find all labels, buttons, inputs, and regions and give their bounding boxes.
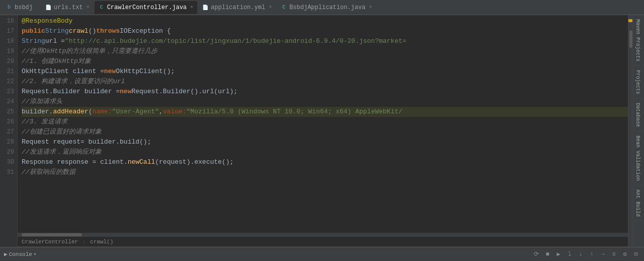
tab-application[interactable]: 📄 application.yml × <box>198 1 276 14</box>
hscroll-thumb[interactable] <box>22 233 82 236</box>
code-line-20: //1. 创建OkHttp对象 <box>22 56 628 67</box>
console-tab[interactable]: ▶ Console ▾ <box>4 251 36 257</box>
tab-application-label: application.yml <box>211 4 265 11</box>
code-line-18: String url = "http://c.api.budejie.com/t… <box>22 36 628 46</box>
code-line-21: OkHttpClient client = new OkHttpClient()… <box>22 67 628 77</box>
main-area: 16 17 18 19 20 21 22 23 24 25 26 27 28 2… <box>0 15 644 247</box>
java-file-icon: C <box>99 5 105 11</box>
console-dropdown-icon[interactable]: ▾ <box>34 251 36 257</box>
run-to-cursor-icon[interactable]: → <box>599 250 607 258</box>
resume-icon[interactable]: ▶ <box>554 250 562 258</box>
breadcrumb-sep: › <box>79 239 89 245</box>
tab-bsbdj-app[interactable]: C BsbdjApplication.java × <box>277 1 376 14</box>
panel-ant-build[interactable]: Ant Build <box>633 185 644 221</box>
tab-application-close[interactable]: × <box>269 5 272 10</box>
code-editor[interactable]: @ResponseBody public String crawl() thro… <box>18 15 628 233</box>
vertical-scrollbar[interactable] <box>628 15 633 247</box>
txt-file-icon: 📄 <box>45 5 51 11</box>
code-line-16: @ResponseBody <box>22 16 628 26</box>
code-line-26: //3. 发送请求 <box>22 117 628 127</box>
breadcrumb-class: CrawlerController <box>22 239 78 245</box>
panel-maven[interactable]: Maven Projects <box>633 15 644 66</box>
code-line-28: Request request= builder.build(); <box>22 137 628 147</box>
tab-urls-close[interactable]: × <box>87 5 90 10</box>
bsbdj-module-icon: b <box>6 5 12 11</box>
console-toolbar: ⟳ ■ ▶ ⤵ ↓ ↑ → ≡ ⚙ ⊡ <box>532 250 640 258</box>
scroll-position-marker <box>628 19 632 22</box>
step-out-icon[interactable]: ↑ <box>588 250 596 258</box>
panel-projects[interactable]: Projects <box>633 66 644 99</box>
code-line-19: //使用OkHttp的方法很简单，只需要遵行几步 <box>22 46 628 56</box>
horizontal-scrollbar[interactable] <box>18 233 628 237</box>
right-panel-strip: Maven Projects Projects Database Bean Va… <box>633 15 644 247</box>
code-line-30: Response response = client.newCall(reque… <box>22 157 628 167</box>
tab-bsbdj-app-close[interactable]: × <box>369 5 372 10</box>
tab-bsbdj-app-label: BsbdjApplication.java <box>289 4 365 11</box>
evaluate-icon[interactable]: ≡ <box>610 250 618 258</box>
editor-container: 16 17 18 19 20 21 22 23 24 25 26 27 28 2… <box>0 15 633 247</box>
scroll-thumb[interactable] <box>629 30 632 48</box>
tab-urls-label: urls.txt <box>54 4 83 11</box>
breadcrumb: CrawlerController › crawl() <box>18 237 628 247</box>
code-line-29: //发送请求，返回响应对象 <box>22 147 628 157</box>
bsbdj-java-icon: C <box>281 5 287 11</box>
stop-icon[interactable]: ■ <box>543 250 551 258</box>
breadcrumb-method: crawl() <box>90 239 113 245</box>
code-line-31: //获取响应的数据 <box>22 167 628 177</box>
tab-crawler-label: CrawlerController.java <box>107 4 187 11</box>
step-over-icon[interactable]: ⤵ <box>566 250 574 258</box>
code-line-23: Request.Builder builder = new Request.Bu… <box>22 87 628 97</box>
line-numbers: 16 17 18 19 20 21 22 23 24 25 26 27 28 2… <box>0 15 18 247</box>
tab-bsbdj[interactable]: b bsbdj <box>2 1 40 14</box>
console-bar: ▶ Console ▾ ⟳ ■ ▶ ⤵ ↓ ↑ → ≡ ⚙ ⊡ <box>0 247 644 261</box>
yml-file-icon: 📄 <box>202 5 208 11</box>
code-line-27: //创建已设置好的请求对象 <box>22 127 628 137</box>
tab-urls[interactable]: 📄 urls.txt × <box>41 1 94 14</box>
tab-bsbdj-label: bsbdj <box>15 4 33 11</box>
code-line-17: public String crawl() throws IOException… <box>22 26 628 36</box>
panel-bean-validation[interactable]: Bean Validation <box>633 132 644 185</box>
console-label: Console <box>9 251 32 257</box>
code-line-25: builder.addHeader( name: "User-Agent" , … <box>22 107 628 117</box>
rerun-icon[interactable]: ⟳ <box>532 250 540 258</box>
settings-icon[interactable]: ⚙ <box>621 250 629 258</box>
code-line-22: //2. 构建请求，设置要访问的url <box>22 77 628 87</box>
console-icon: ▶ <box>4 251 8 257</box>
panel-database[interactable]: Database <box>633 99 644 132</box>
tab-crawler[interactable]: C CrawlerController.java × <box>95 1 197 14</box>
tab-crawler-close[interactable]: × <box>190 5 193 10</box>
step-into-icon[interactable]: ↓ <box>577 250 585 258</box>
tab-bar: b bsbdj 📄 urls.txt × C CrawlerController… <box>0 0 644 15</box>
code-line-24: //添加请求头 <box>22 97 628 107</box>
restore-layout-icon[interactable]: ⊡ <box>632 250 640 258</box>
